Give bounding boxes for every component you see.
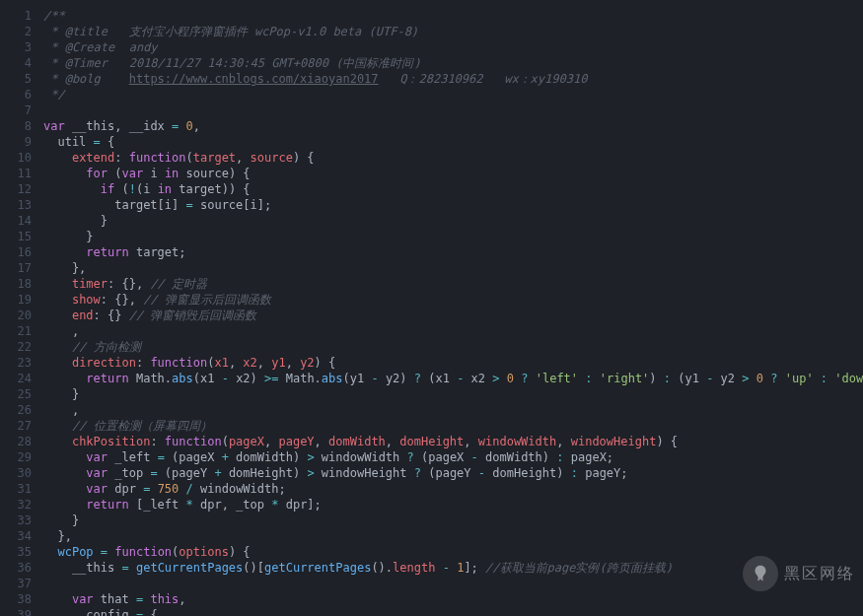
line-number: 7 <box>0 103 32 118</box>
code-line: /** <box>43 8 863 24</box>
code-line: show: {}, // 弹窗显示后回调函数 <box>43 292 863 308</box>
line-number: 28 <box>0 434 32 449</box>
line-number: 38 <box>0 591 32 607</box>
code-line: wcPop = function(options) { <box>43 544 863 560</box>
code-line: target[i] = source[i]; <box>43 197 863 213</box>
watermark: 黑区网络 <box>743 556 855 591</box>
line-number: 20 <box>0 308 32 323</box>
code-line: }, <box>43 260 863 276</box>
code-line: * @Timer 2018/11/27 14:30:45 GMT+0800 (中… <box>43 55 863 71</box>
line-number: 3 <box>0 39 32 55</box>
code-line: util = { <box>43 134 863 150</box>
code-line: */ <box>43 87 863 103</box>
code-line: * @bolg https://www.cnblogs.com/xiaoyan2… <box>43 71 863 87</box>
code-line: , <box>43 323 863 339</box>
line-number: 15 <box>0 229 32 244</box>
line-number: 10 <box>0 150 32 166</box>
code-line: config = { <box>43 607 863 616</box>
line-number: 13 <box>0 197 32 213</box>
line-number: 31 <box>0 481 32 497</box>
line-number: 27 <box>0 418 32 434</box>
code-line: timer: {}, // 定时器 <box>43 276 863 292</box>
code-line: var that = this, <box>43 591 863 607</box>
line-number: 11 <box>0 166 32 181</box>
code-line: } <box>43 513 863 528</box>
line-number: 18 <box>0 276 32 292</box>
code-area[interactable]: /** * @title 支付宝小程序弹窗插件 wcPop-v1.0 beta … <box>43 0 863 616</box>
code-line <box>43 576 863 591</box>
code-line: chkPosition: function(pageX, pageY, domW… <box>43 434 863 449</box>
line-number: 29 <box>0 449 32 465</box>
code-line: // 位置检测（屏幕四周） <box>43 418 863 434</box>
code-line: , <box>43 402 863 418</box>
code-line: } <box>43 229 863 244</box>
line-number: 1 <box>0 8 32 24</box>
code-line: } <box>43 213 863 229</box>
code-line: }, <box>43 528 863 544</box>
line-number: 24 <box>0 371 32 386</box>
watermark-text: 黑区网络 <box>784 566 855 582</box>
line-number: 14 <box>0 213 32 229</box>
line-number: 32 <box>0 497 32 513</box>
line-number: 36 <box>0 560 32 576</box>
code-line: * @Create andy <box>43 39 863 55</box>
line-number: 35 <box>0 544 32 560</box>
line-number: 26 <box>0 402 32 418</box>
line-number: 33 <box>0 513 32 528</box>
code-editor: 1234567891011121314151617181920212223242… <box>0 0 863 616</box>
code-line: var dpr = 750 / windowWidth; <box>43 481 863 497</box>
line-number: 21 <box>0 323 32 339</box>
watermark-icon <box>743 556 778 591</box>
line-number: 17 <box>0 260 32 276</box>
line-number: 8 <box>0 118 32 134</box>
line-number: 6 <box>0 87 32 103</box>
code-line: * @title 支付宝小程序弹窗插件 wcPop-v1.0 beta (UTF… <box>43 24 863 39</box>
line-number: 2 <box>0 24 32 39</box>
code-line: for (var i in source) { <box>43 166 863 181</box>
line-number: 37 <box>0 576 32 591</box>
line-number: 34 <box>0 528 32 544</box>
code-line: __this = getCurrentPages()[getCurrentPag… <box>43 560 863 576</box>
code-line: extend: function(target, source) { <box>43 150 863 166</box>
line-number: 25 <box>0 386 32 402</box>
code-line: var __this, __idx = 0, <box>43 118 863 134</box>
code-line: return Math.abs(x1 - x2) >= Math.abs(y1 … <box>43 371 863 386</box>
line-number: 19 <box>0 292 32 308</box>
code-line: end: {} // 弹窗销毁后回调函数 <box>43 308 863 323</box>
code-line: } <box>43 386 863 402</box>
code-line: if (!(i in target)) { <box>43 181 863 197</box>
line-number: 30 <box>0 465 32 481</box>
code-line: // 方向检测 <box>43 339 863 355</box>
line-number: 5 <box>0 71 32 87</box>
line-number: 23 <box>0 355 32 371</box>
code-line: return [_left * dpr, _top * dpr]; <box>43 497 863 513</box>
code-line: var _top = (pageY + domHeight) > windowH… <box>43 465 863 481</box>
line-number: 22 <box>0 339 32 355</box>
line-number-gutter: 1234567891011121314151617181920212223242… <box>0 0 43 616</box>
code-line: direction: function(x1, x2, y1, y2) { <box>43 355 863 371</box>
line-number: 4 <box>0 55 32 71</box>
code-line <box>43 103 863 118</box>
line-number: 39 <box>0 607 32 616</box>
line-number: 12 <box>0 181 32 197</box>
code-line: return target; <box>43 244 863 260</box>
code-line: var _left = (pageX + domWidth) > windowW… <box>43 449 863 465</box>
line-number: 9 <box>0 134 32 150</box>
line-number: 16 <box>0 244 32 260</box>
